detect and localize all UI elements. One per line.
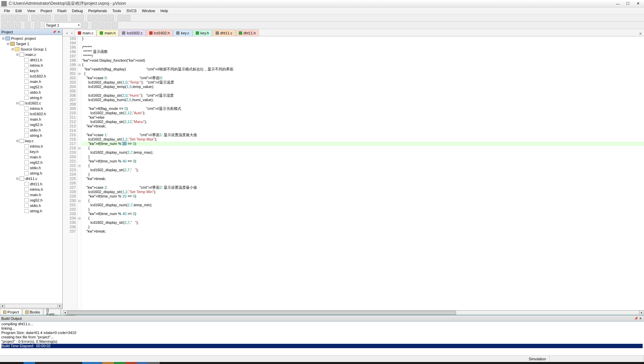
undo-button[interactable]	[55, 15, 61, 21]
project-tree[interactable]: ⊟Project: project⊟Target 1⊟Source Group …	[0, 35, 62, 303]
panel-pin-icon[interactable]: 📌	[634, 316, 638, 321]
code-line[interactable]	[82, 89, 644, 93]
file-ext-button[interactable]	[98, 22, 104, 28]
redo-button[interactable]	[61, 15, 67, 21]
tree-header-string-h[interactable]: string.h	[0, 133, 62, 138]
target-combo[interactable]: Target 1 ▾	[44, 22, 81, 28]
tree-header-lcd1602-h[interactable]: lcd1602.h	[0, 111, 62, 117]
code-line[interactable]: {	[82, 71, 644, 76]
taskbar-app-explorer[interactable]: 📁	[102, 362, 114, 364]
tree-header-string-h[interactable]: string.h	[0, 171, 62, 176]
scroll-left-icon[interactable]: ◂	[0, 304, 5, 308]
tree-header-stdio-h[interactable]: stdio.h	[0, 127, 62, 133]
tree-file-main-c[interactable]: ⊟main.c	[0, 52, 62, 57]
open-file-button[interactable]	[8, 15, 14, 21]
outdent-button[interactable]	[124, 15, 130, 21]
code-line[interactable]: lcd1602_display_str(1,2,"Set Temp Min");	[82, 190, 644, 194]
code-line[interactable]: }	[82, 207, 644, 212]
menu-file[interactable]: File	[1, 9, 13, 13]
tree-header-lcd1602-h[interactable]: lcd1602.h	[0, 73, 62, 79]
file-tab-lcd1602-c[interactable]: lcd1602.c	[119, 30, 146, 36]
expand-icon[interactable]: ⊟	[11, 48, 15, 51]
save-button[interactable]	[15, 15, 21, 21]
tree-file-dht11-c[interactable]: ⊟dht11.c	[0, 176, 62, 181]
tree-header-stdio-h[interactable]: stdio.h	[0, 90, 62, 95]
tree-header-intrins-h[interactable]: intrins.h	[0, 63, 62, 68]
code-line[interactable]	[82, 128, 644, 133]
panel-close-icon[interactable]: ✕	[639, 316, 643, 321]
taskbar-search[interactable]: 输入你想搜的	[35, 363, 82, 364]
tab-books[interactable]: Books	[22, 309, 43, 315]
file-tab-key-c[interactable]: key.c	[173, 30, 192, 36]
taskbar-app-other[interactable]: W	[148, 362, 160, 364]
minimize-button[interactable]: —	[613, 1, 622, 7]
code-line[interactable]: "kw">case 2: "cmt">//界面2: 显示设置温度最小值	[82, 185, 644, 190]
code-line[interactable]: lcd1602_display_str(2,0,"Humi:"); "cmt">…	[82, 93, 644, 98]
tree-header-stdio-h[interactable]: stdio.h	[0, 203, 62, 208]
taskbar-app-uvision[interactable]: µ	[137, 362, 148, 364]
tree-header-reg52-h[interactable]: reg52.h	[0, 122, 62, 127]
code-line[interactable]: lcd1602_display_str(1,2,"Set Temp Max");	[82, 137, 644, 142]
file-tab-lcd1602-h[interactable]: lcd1602.h	[146, 30, 173, 36]
menu-project[interactable]: Project	[38, 9, 55, 13]
code-line[interactable]: "kw">if(time_num % 40 == 0)	[82, 212, 644, 216]
code-line[interactable]: }	[82, 225, 644, 229]
tree-header-intrins-h[interactable]: intrins.h	[0, 187, 62, 192]
tab-nav-right[interactable]: ▸	[69, 30, 75, 36]
source-code[interactable]: }/****** ****** 显示函数 ******/"kw">void Di…	[82, 36, 644, 310]
menu-view[interactable]: View	[25, 9, 38, 13]
code-line[interactable]: "kw">else	[82, 115, 644, 120]
cut-button[interactable]	[31, 15, 37, 21]
tree-header-main-h[interactable]: main.h	[0, 154, 62, 160]
tree-header-reg52-h[interactable]: reg52.h	[0, 198, 62, 203]
code-line[interactable]: "kw">case 0: "cmt">//界面0:	[82, 76, 644, 80]
taskbar-search-button[interactable]: 搜索一下	[82, 362, 102, 364]
tree-source-group[interactable]: ⊟Source Group 1	[0, 47, 62, 52]
scroll-track[interactable]	[5, 304, 58, 308]
rebuild-button[interactable]	[15, 22, 21, 28]
code-line[interactable]: lcd1602_display_str(2,12,"Manu");	[82, 120, 644, 124]
code-line[interactable]	[82, 181, 644, 185]
tree-header-main-h[interactable]: main.h	[0, 79, 62, 84]
expand-icon[interactable]: ⊟	[15, 101, 20, 105]
maximize-button[interactable]: ☐	[623, 1, 633, 7]
code-line[interactable]: lcd1602_display_str(2,7," ");	[82, 168, 644, 172]
expand-icon[interactable]: ⊟	[1, 37, 5, 40]
code-line[interactable]: lcd1602_display_num(2,7,temp_max);	[82, 150, 644, 155]
indent-button[interactable]	[118, 15, 124, 21]
bookmark-button[interactable]	[88, 15, 94, 21]
menu-help[interactable]: Help	[158, 9, 171, 13]
bookmark-clear-button[interactable]	[108, 15, 114, 21]
tree-file-key-c[interactable]: ⊟key.c	[0, 138, 62, 144]
tree-header-key-h[interactable]: key.h	[0, 149, 62, 154]
start-button[interactable]	[1, 362, 12, 364]
fold-gutter[interactable]: ⊟⊟⊟⊟⊟⊟	[77, 36, 82, 310]
tree-target[interactable]: ⊟Target 1	[0, 41, 62, 47]
tab-functions[interactable]: {} Func...	[43, 309, 61, 315]
menu-tools[interactable]: Tools	[110, 9, 124, 13]
code-line[interactable]: }	[82, 36, 644, 41]
tree-header-main-h[interactable]: main.h	[0, 117, 62, 122]
tree-header-intrins-h[interactable]: intrins.h	[0, 106, 62, 111]
code-line[interactable]: lcd1602_display_str(1,0,"Temp:"); "cmt">…	[82, 80, 644, 85]
tree-header-string-h[interactable]: string.h	[0, 208, 62, 214]
code-line[interactable]: ****** 显示函数	[82, 50, 644, 54]
paste-button[interactable]	[45, 15, 51, 21]
expand-icon[interactable]: ⊟	[15, 177, 20, 180]
code-line[interactable]: }	[82, 172, 644, 177]
code-line[interactable]: "kw">break;	[82, 124, 644, 128]
tree-project-root[interactable]: ⊟Project: project	[0, 36, 62, 41]
code-line[interactable]: /******	[82, 45, 644, 50]
file-tab-dht11-h[interactable]: dht11.h	[236, 30, 259, 36]
tab-close-button[interactable]: ✕	[637, 32, 644, 36]
tree-header-key-h[interactable]: key.h	[0, 68, 62, 73]
debug-button[interactable]	[112, 22, 118, 28]
tree-file-lcd1602-c[interactable]: ⊟lcd1602.c	[0, 100, 62, 106]
code-line[interactable]: {	[82, 146, 644, 150]
code-line[interactable]: }	[82, 155, 644, 159]
tab-nav-left[interactable]: ◂	[64, 30, 69, 36]
code-line[interactable]	[82, 102, 644, 107]
scroll-right-icon[interactable]: ▸	[58, 304, 62, 308]
taskbar-ie[interactable]: e	[24, 362, 35, 364]
tree-header-string-h[interactable]: string.h	[0, 95, 62, 100]
